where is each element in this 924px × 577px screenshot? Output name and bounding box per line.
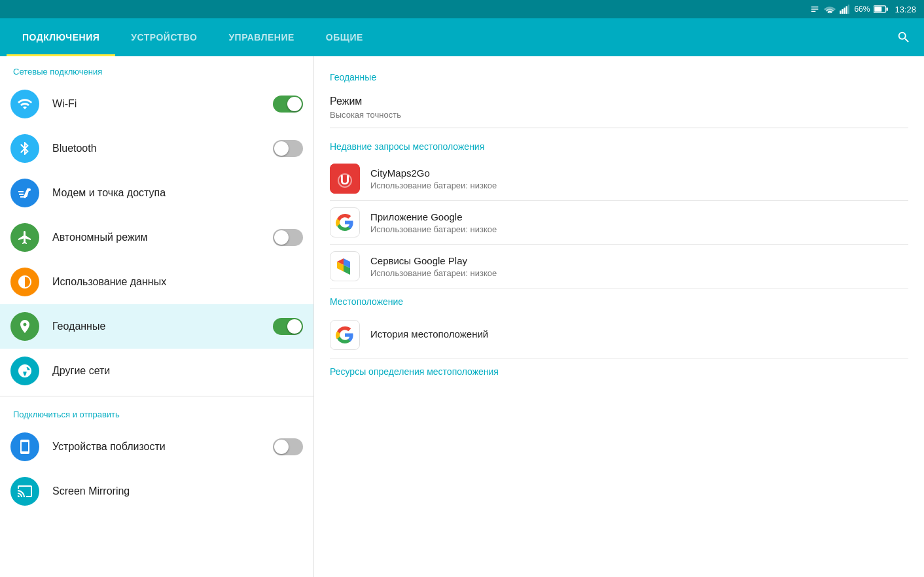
signal-icon [840, 5, 850, 14]
status-bar: 66% 13:28 [0, 0, 924, 18]
right-geodata-header: Геоданные [330, 72, 908, 82]
nearbydevices-icon [17, 439, 33, 455]
recent-requests-header: Недавние запросы местоположения [330, 141, 908, 152]
bluetooth-label: Bluetooth [52, 143, 273, 154]
svg-rect-7 [846, 6, 847, 14]
svg-rect-10 [887, 7, 889, 10]
status-icons: 66% 13:28 [809, 4, 916, 14]
datausage-icon [17, 274, 33, 290]
tab-general[interactable]: ОБЩИЕ [310, 18, 379, 56]
gplay-services-icon [330, 251, 360, 281]
svg-rect-4 [840, 10, 842, 14]
othernets-icon [17, 363, 33, 379]
bluetooth-setting[interactable]: Bluetooth [0, 126, 313, 171]
citymaps-item[interactable]: U CityMaps2Go Использование батареи: низ… [330, 157, 908, 201]
svg-rect-5 [842, 9, 844, 14]
citymaps-name: CityMaps2Go [370, 167, 497, 179]
nearbydevices-toggle[interactable] [273, 438, 303, 455]
section-divider [0, 396, 313, 396]
svg-rect-6 [844, 8, 845, 14]
screenmirror-icon-bg [10, 477, 39, 506]
nearbydevices-setting[interactable]: Устройства поблизости [0, 425, 313, 469]
geodata-icon-bg [10, 312, 39, 341]
bluetooth-toggle-knob [274, 141, 289, 156]
modem-icon-bg [10, 179, 39, 207]
citymaps-detail: Использование батареи: низкое [370, 181, 497, 190]
tab-bar: ПОДКЛЮЧЕНИЯ УСТРОЙСТВО УПРАВЛЕНИЕ ОБЩИЕ [0, 18, 924, 56]
gplay-detail: Использование батареи: низкое [370, 268, 497, 278]
location-history-item[interactable]: История местоположений [330, 312, 908, 358]
modem-setting[interactable]: Модем и точка доступа [0, 171, 313, 215]
nearbydevices-label: Устройства поблизости [52, 441, 273, 453]
search-button[interactable] [883, 18, 924, 56]
google-logo [335, 213, 355, 232]
connect-section-header: Подключиться и отправить [0, 399, 313, 425]
battery-icon [874, 5, 888, 13]
wifi-icon-bg [10, 90, 39, 118]
airplane-toggle[interactable] [273, 229, 303, 246]
nearbydevices-icon-bg [10, 432, 39, 461]
screenmirror-icon [17, 483, 33, 499]
main-layout: Сетевые подключения Wi-Fi Bluetooth [0, 56, 924, 577]
google-detail: Использование батареи: низкое [370, 224, 497, 234]
svg-rect-8 [848, 5, 849, 14]
nearbydevices-toggle-knob [274, 440, 289, 454]
geodata-toggle[interactable] [273, 318, 303, 335]
mode-subtitle: Высокая точность [330, 110, 908, 120]
othernets-setting[interactable]: Другие сети [0, 349, 313, 393]
airplane-toggle-knob [274, 230, 289, 245]
google-app-icon [330, 207, 360, 237]
wifi-toggle-knob [287, 97, 302, 111]
network-section-header: Сетевые подключения [0, 56, 313, 82]
datausage-icon-bg [10, 268, 39, 296]
location-section: Местоположение История местоположений [330, 296, 908, 358]
airplane-label: Автономный режим [52, 232, 273, 243]
left-panel: Сетевые подключения Wi-Fi Bluetooth [0, 56, 314, 577]
othernets-icon-bg [10, 357, 39, 385]
location-history-label: История местоположений [370, 328, 488, 340]
bluetooth-icon-bg [10, 134, 39, 163]
othernets-label: Другие сети [52, 365, 303, 377]
geodata-toggle-knob [287, 319, 302, 334]
svg-rect-0 [811, 7, 819, 7]
datausage-label: Использование данных [52, 276, 303, 288]
screenmirror-setting[interactable]: Screen Mirroring [0, 469, 313, 514]
airplane-icon-bg [10, 223, 39, 252]
modem-icon [17, 185, 33, 201]
location-section-header: Местоположение [330, 296, 908, 307]
geodata-icon [17, 319, 33, 334]
airplane-setting[interactable]: Автономный режим [0, 215, 313, 260]
gplay-item[interactable]: Сервисы Google Play Использование батаре… [330, 245, 908, 288]
datausage-setting[interactable]: Использование данных [0, 260, 313, 304]
svg-rect-11 [875, 7, 882, 12]
google-item[interactable]: Приложение Google Использование батареи:… [330, 201, 908, 245]
svg-rect-1 [811, 9, 819, 9]
resources-section: Ресурсы определения местоположения [330, 366, 908, 377]
bluetooth-icon [17, 141, 33, 156]
airplane-icon [17, 230, 33, 245]
bluetooth-toggle[interactable] [273, 140, 303, 157]
mode-item[interactable]: Режим Высокая точность [330, 88, 908, 128]
resources-section-header: Ресурсы определения местоположения [330, 366, 908, 377]
wifi-label: Wi-Fi [52, 98, 273, 110]
citymaps-logo: U [330, 164, 360, 194]
google-info: Приложение Google Использование батареи:… [370, 211, 497, 234]
svg-rect-2 [811, 11, 816, 12]
wifi-toggle[interactable] [273, 96, 303, 113]
modem-label: Модем и точка доступа [52, 187, 303, 199]
notification-icon [809, 4, 820, 14]
gplay-logo [334, 255, 356, 277]
battery-level: 66% [854, 5, 870, 14]
geodata-label: Геоданные [52, 321, 273, 332]
time-display: 13:28 [895, 5, 916, 14]
google-location-logo [335, 325, 355, 345]
tab-control[interactable]: УПРАВЛЕНИЕ [213, 18, 310, 56]
tab-device[interactable]: УСТРОЙСТВО [115, 18, 213, 56]
location-history-icon [330, 320, 360, 350]
search-icon [897, 30, 911, 44]
citymaps-info: CityMaps2Go Использование батареи: низко… [370, 167, 497, 190]
tab-connections[interactable]: ПОДКЛЮЧЕНИЯ [7, 18, 115, 56]
google-name: Приложение Google [370, 211, 497, 222]
wifi-setting[interactable]: Wi-Fi [0, 82, 313, 126]
geodata-setting[interactable]: Геоданные [0, 304, 313, 349]
